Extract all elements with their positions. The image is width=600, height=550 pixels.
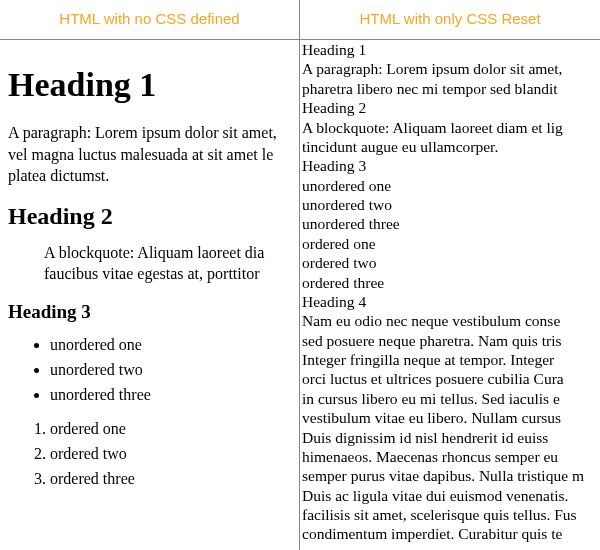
heading-2: Heading 2 — [8, 203, 299, 230]
unordered-list: unordered one unordered two unordered th… — [8, 333, 299, 407]
heading-3: Heading 3 — [8, 301, 299, 323]
list-item: unordered one — [50, 333, 299, 358]
heading-1: Heading 1 — [8, 66, 299, 104]
reset-line: Heading 4 — [302, 292, 600, 311]
list-item: ordered three — [50, 467, 299, 492]
reset-line: facilisis sit amet, scelerisque quis tel… — [302, 505, 600, 524]
reset-line: Heading 2 — [302, 98, 600, 117]
reset-line: unordered three — [302, 214, 600, 233]
reset-line: ordered two — [302, 253, 600, 272]
column-header-left: HTML with no CSS defined — [0, 0, 299, 40]
reset-line: unordered one — [302, 176, 600, 195]
paragraph-1: A paragraph: Lorem ipsum dolor sit amet,… — [8, 122, 299, 187]
reset-line: sed posuere neque pharetra. Nam quis tri… — [302, 331, 600, 350]
ordered-list: ordered one ordered two ordered three — [8, 417, 299, 491]
reset-line: A blockquote: Aliquam laoreet diam et li… — [302, 118, 600, 137]
reset-line: tincidunt augue eu ullamcorper. — [302, 137, 600, 156]
list-item: ordered one — [50, 417, 299, 442]
column-header-right: HTML with only CSS Reset — [300, 0, 600, 40]
reset-line: Heading 1 — [302, 40, 600, 59]
reset-line: ordered three — [302, 273, 600, 292]
reset-line: Duis dignissim id nisl hendrerit id euis… — [302, 428, 600, 447]
reset-line: Integer fringilla neque at tempor. Integ… — [302, 350, 600, 369]
reset-line: condimentum imperdiet. Curabitur quis te — [302, 524, 600, 543]
column-css-reset: HTML with only CSS Reset Heading 1A para… — [300, 0, 600, 550]
blockquote: A blockquote: Aliquam laoreet dia faucib… — [44, 242, 299, 285]
reset-line: Duis ac ligula vitae dui euismod venenat… — [302, 486, 600, 505]
list-item: unordered three — [50, 383, 299, 408]
reset-line: in cursus libero eu mi tellus. Sed iacul… — [302, 389, 600, 408]
column-body-left: Heading 1 A paragraph: Lorem ipsum dolor… — [0, 40, 299, 492]
reset-line: himenaeos. Maecenas rhoncus semper eu — [302, 447, 600, 466]
list-item: unordered two — [50, 358, 299, 383]
reset-line: Heading 3 — [302, 156, 600, 175]
reset-line: orci luctus et ultrices posuere cubilia … — [302, 369, 600, 388]
column-no-css: HTML with no CSS defined Heading 1 A par… — [0, 0, 300, 550]
reset-line: pharetra libero nec mi tempor sed blandi… — [302, 79, 600, 98]
reset-line: vestibulum vitae eu libero. Nullam cursu… — [302, 408, 600, 427]
reset-line: semper purus vitae dapibus. Nulla tristi… — [302, 466, 600, 485]
column-body-right: Heading 1A paragraph: Lorem ipsum dolor … — [300, 40, 600, 544]
reset-line: unordered two — [302, 195, 600, 214]
comparison-container: HTML with no CSS defined Heading 1 A par… — [0, 0, 600, 550]
reset-line: ordered one — [302, 234, 600, 253]
reset-line: A paragraph: Lorem ipsum dolor sit amet, — [302, 59, 600, 78]
reset-line: Nam eu odio nec neque vestibulum conse — [302, 311, 600, 330]
list-item: ordered two — [50, 442, 299, 467]
